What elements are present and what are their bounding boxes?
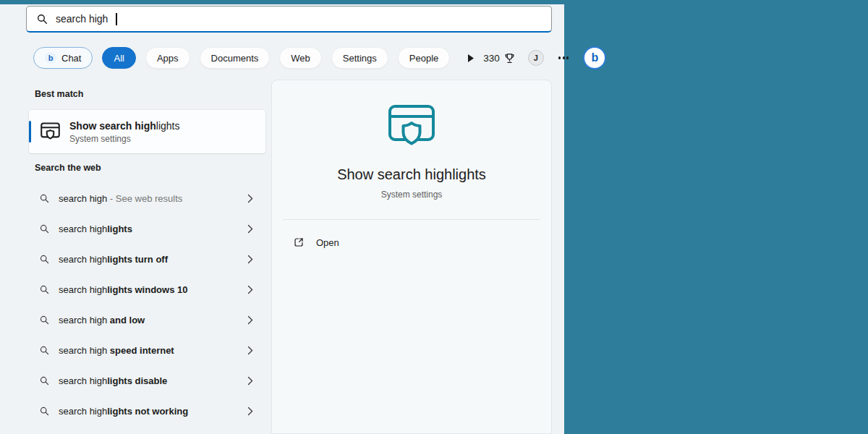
open-icon	[293, 237, 305, 248]
best-match-subtitle: System settings	[69, 134, 180, 144]
web-suggestion-item[interactable]: search high and low	[29, 305, 265, 335]
more-options-button[interactable]	[557, 52, 571, 63]
web-suggestion-item[interactable]: search highlights turn off	[29, 244, 265, 274]
rewards-count: 330	[483, 53, 500, 64]
web-suggestions-list: search high - See web results search hig…	[29, 183, 265, 426]
filter-bar: b Chat All Apps Documents Web Settings P…	[33, 47, 552, 69]
filter-chat-label: Chat	[61, 53, 81, 64]
search-query-text: search high	[56, 13, 108, 25]
search-icon	[40, 407, 49, 416]
filter-tab-all[interactable]: All	[102, 47, 135, 69]
open-action[interactable]: Open	[282, 229, 541, 255]
search-icon	[37, 14, 48, 25]
search-icon	[40, 255, 49, 264]
search-icon	[40, 315, 49, 325]
results-column: Best match Show search highlights System…	[29, 80, 265, 426]
best-match-item[interactable]: Show search highlights System settings	[29, 110, 265, 153]
expand-chevron-icon[interactable]	[244, 312, 256, 328]
search-icon	[40, 285, 49, 294]
section-label-best-match: Best match	[35, 89, 265, 100]
preview-subtitle: System settings	[381, 190, 443, 200]
desktop-background: search high b Chat All Apps Documents We…	[0, 0, 868, 434]
rewards-button[interactable]: 330	[483, 53, 515, 64]
expand-chevron-icon[interactable]	[244, 343, 256, 358]
web-suggestion-item[interactable]: search highlights windows 10	[29, 274, 265, 305]
selection-indicator	[29, 121, 31, 142]
more-icon	[558, 56, 561, 59]
account-avatar[interactable]: J	[528, 50, 544, 66]
expand-chevron-icon[interactable]	[244, 282, 256, 297]
play-arrow-icon	[468, 54, 474, 62]
web-suggestion-item[interactable]: search highlights disable	[29, 365, 265, 396]
divider	[283, 219, 540, 220]
expand-chevron-icon[interactable]	[244, 221, 256, 237]
filter-tab-settings[interactable]: Settings	[331, 47, 388, 69]
preview-title: Show search highlights	[337, 166, 486, 183]
search-highlights-icon	[41, 122, 60, 141]
web-suggestion-item[interactable]: search high - See web results	[29, 183, 265, 213]
search-icon	[40, 194, 49, 203]
bing-chat-icon: b	[45, 52, 56, 64]
search-input[interactable]: search high	[26, 6, 552, 33]
toolbar-right-cluster: 330 J b	[483, 46, 606, 69]
search-highlights-icon-large	[388, 104, 435, 149]
filter-tab-apps[interactable]: Apps	[145, 47, 190, 69]
best-match-title: Show search highlights	[69, 120, 180, 132]
search-icon	[40, 376, 49, 386]
open-label: Open	[316, 237, 339, 248]
flyout-top-edge	[0, 0, 564, 4]
filter-chat-button[interactable]: b Chat	[33, 47, 93, 69]
filter-tab-people[interactable]: People	[398, 47, 450, 69]
web-suggestion-item[interactable]: search highlights	[29, 213, 265, 244]
section-label-web: Search the web	[35, 163, 265, 174]
expand-chevron-icon[interactable]	[244, 191, 256, 206]
more-filters-button[interactable]	[468, 54, 474, 62]
expand-chevron-icon[interactable]	[244, 252, 256, 267]
search-icon	[40, 224, 49, 234]
expand-chevron-icon[interactable]	[244, 404, 256, 419]
bing-icon: b	[591, 51, 598, 64]
web-suggestion-item[interactable]: search high speed internet	[29, 335, 265, 365]
expand-chevron-icon[interactable]	[244, 373, 256, 388]
trophy-icon	[504, 53, 515, 64]
search-flyout: search high b Chat All Apps Documents We…	[0, 0, 564, 434]
filter-tab-web[interactable]: Web	[279, 47, 322, 69]
web-suggestion-item[interactable]: search highlights not working	[29, 396, 265, 426]
preview-pane: Show search highlights System settings O…	[271, 80, 552, 434]
bing-button[interactable]: b	[583, 46, 606, 69]
text-caret	[116, 13, 117, 25]
filter-tab-documents[interactable]: Documents	[200, 47, 271, 69]
search-icon	[40, 346, 49, 355]
